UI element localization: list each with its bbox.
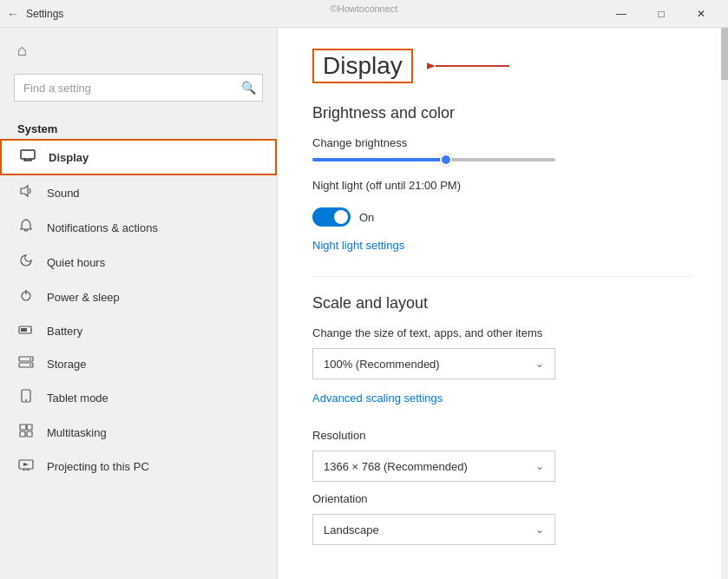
sidebar-item-battery[interactable]: Battery [0,314,277,347]
maximize-button[interactable]: □ [641,0,681,28]
advanced-scaling-link[interactable]: Advanced scaling settings [312,391,443,405]
orientation-dropdown-arrow: ⌄ [535,523,544,536]
search-container: 🔍 [14,74,263,102]
close-button[interactable]: ✕ [681,0,721,28]
sidebar-item-sound[interactable]: Sound [0,175,277,210]
night-light-settings-link[interactable]: Night light settings [312,239,404,252]
page-title-row: Display [312,49,693,83]
storage-icon [17,356,35,372]
sidebar-item-label-projecting: Projecting to this PC [47,460,149,473]
scale-section-title: Scale and layout [312,294,693,313]
orientation-dropdown-value: Landscape [324,523,379,536]
home-button[interactable]: ⌂ [0,28,277,74]
brightness-section-title: Brightness and color [312,104,693,122]
quiet-hours-icon [17,253,35,271]
sidebar-section-title: System [0,115,277,139]
watermark: ©Howtoconnect [331,3,398,14]
title-bar: ← Settings ©Howtoconnect — □ ✕ [0,0,728,28]
sidebar-item-label-sound: Sound [47,187,80,200]
sidebar-item-storage[interactable]: Storage [0,347,277,380]
svg-marker-23 [23,463,29,466]
title-bar-controls: — □ ✕ [601,0,721,28]
multitasking-icon [17,424,35,441]
sidebar-item-notifications[interactable]: Notifications & actions [0,210,277,245]
main-content: Display Brightness and colo [278,28,728,579]
battery-icon [17,323,35,339]
sidebar-item-projecting[interactable]: Projecting to this PC [0,450,277,483]
night-light-label: Night light (off until 21:00 PM) [312,179,693,192]
page-title: Display [312,49,413,83]
scale-dropdown-arrow: ⌄ [535,358,544,370]
app-body: ⌂ 🔍 System Display [0,28,728,579]
scrollbar-track[interactable] [721,28,728,579]
toggle-knob [334,210,348,224]
sidebar-item-multitasking[interactable]: Multitasking [0,415,277,450]
sidebar-item-power[interactable]: Power & sleep [0,280,277,314]
svg-point-14 [25,399,27,401]
minimize-button[interactable]: — [601,0,641,28]
svg-marker-4 [21,186,28,196]
title-bar-title: Settings [26,8,63,20]
night-light-container: Night light (off until 21:00 PM) On [312,179,693,230]
svg-point-12 [30,365,31,366]
projecting-icon [17,458,35,474]
brightness-slider[interactable] [312,158,555,161]
night-light-toggle[interactable] [312,207,351,227]
scale-label: Change the size of text, apps, and other… [312,326,693,339]
search-input[interactable] [14,74,263,102]
sidebar-item-label-display: Display [49,151,89,164]
svg-rect-0 [21,150,35,159]
scale-dropdown[interactable]: 100% (Recommended) ⌄ [312,348,555,379]
title-bar-left: ← Settings [7,7,63,21]
arrow-annotation [427,56,514,76]
sidebar-item-label-tablet: Tablet mode [47,391,108,405]
search-icon: 🔍 [241,81,256,95]
tablet-icon [17,389,35,406]
sidebar-item-label-notifications: Notifications & actions [47,221,158,234]
display-icon [19,149,36,165]
sidebar-item-display[interactable]: Display [0,139,277,175]
power-icon [17,288,35,306]
sidebar-item-quiet-hours[interactable]: Quiet hours [0,245,277,280]
svg-point-11 [30,359,31,360]
toggle-row: On [312,207,693,227]
home-icon: ⌂ [17,42,27,60]
resolution-dropdown[interactable]: 1366 × 768 (Recommended) ⌄ [312,451,555,482]
svg-rect-17 [20,431,25,437]
sound-icon [17,184,35,201]
sidebar-item-label-power: Power & sleep [47,291,120,304]
sidebar-item-label-storage: Storage [47,358,87,371]
resolution-label: Resolution [312,429,693,442]
svg-rect-15 [20,424,26,430]
sidebar: ⌂ 🔍 System Display [0,28,278,579]
sidebar-item-label-quiet-hours: Quiet hours [47,256,105,269]
sidebar-item-label-battery: Battery [47,325,82,338]
night-light-toggle-label: On [359,211,374,224]
sidebar-item-tablet[interactable]: Tablet mode [0,380,277,415]
resolution-dropdown-arrow: ⌄ [535,460,544,472]
resolution-dropdown-value: 1366 × 768 (Recommended) [324,460,468,473]
divider [312,276,693,277]
scale-dropdown-value: 100% (Recommended) [324,358,440,371]
sidebar-item-label-multitasking: Multitasking [47,426,107,439]
svg-rect-8 [21,328,27,332]
back-icon[interactable]: ← [7,7,19,21]
brightness-container: Change brightness [312,136,693,161]
scrollbar-thumb[interactable] [721,28,728,80]
orientation-label: Orientation [312,492,693,505]
svg-rect-18 [27,431,32,437]
svg-rect-16 [27,424,32,430]
brightness-thumb[interactable] [440,154,452,166]
orientation-dropdown[interactable]: Landscape ⌄ [312,514,555,545]
brightness-label: Change brightness [312,136,693,149]
notifications-icon [17,219,35,236]
